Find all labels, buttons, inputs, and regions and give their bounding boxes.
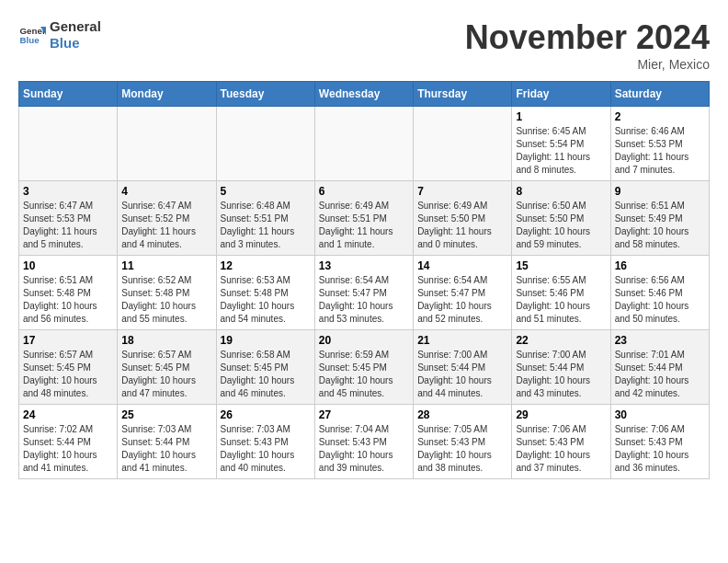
day-number: 30 bbox=[615, 408, 705, 421]
day-number: 6 bbox=[319, 185, 409, 198]
calendar-cell bbox=[118, 107, 216, 181]
calendar-cell: 14Sunrise: 6:54 AM Sunset: 5:47 PM Dayli… bbox=[414, 256, 512, 330]
calendar-header-row: SundayMondayTuesdayWednesdayThursdayFrid… bbox=[19, 82, 710, 107]
day-info: Sunrise: 6:59 AM Sunset: 5:45 PM Dayligh… bbox=[319, 349, 409, 400]
day-number: 19 bbox=[221, 334, 311, 347]
day-header-monday: Monday bbox=[118, 82, 216, 107]
day-info: Sunrise: 6:55 AM Sunset: 5:46 PM Dayligh… bbox=[516, 274, 606, 326]
day-number: 20 bbox=[319, 334, 409, 347]
month-title: November 2024 bbox=[465, 18, 710, 57]
calendar-cell bbox=[19, 107, 118, 181]
calendar-week-row: 24Sunrise: 7:02 AM Sunset: 5:44 PM Dayli… bbox=[19, 405, 710, 479]
day-number: 25 bbox=[121, 408, 211, 421]
day-number: 10 bbox=[23, 259, 113, 272]
day-number: 14 bbox=[417, 259, 507, 272]
calendar-cell: 18Sunrise: 6:57 AM Sunset: 5:45 PM Dayli… bbox=[118, 330, 216, 405]
calendar-cell: 26Sunrise: 7:03 AM Sunset: 5:43 PM Dayli… bbox=[216, 405, 314, 479]
calendar-cell: 20Sunrise: 6:59 AM Sunset: 5:45 PM Dayli… bbox=[314, 330, 413, 405]
day-header-sunday: Sunday bbox=[19, 82, 118, 107]
day-info: Sunrise: 6:50 AM Sunset: 5:50 PM Dayligh… bbox=[516, 200, 606, 251]
logo-icon: General Blue bbox=[18, 21, 46, 49]
day-number: 24 bbox=[23, 408, 113, 421]
calendar-week-row: 17Sunrise: 6:57 AM Sunset: 5:45 PM Dayli… bbox=[19, 330, 710, 405]
day-info: Sunrise: 6:49 AM Sunset: 5:51 PM Dayligh… bbox=[319, 200, 409, 251]
calendar-cell: 19Sunrise: 6:58 AM Sunset: 5:45 PM Dayli… bbox=[216, 330, 314, 405]
calendar-cell: 10Sunrise: 6:51 AM Sunset: 5:48 PM Dayli… bbox=[19, 256, 118, 330]
day-number: 13 bbox=[319, 259, 409, 272]
day-info: Sunrise: 6:51 AM Sunset: 5:49 PM Dayligh… bbox=[615, 200, 705, 251]
day-info: Sunrise: 7:03 AM Sunset: 5:43 PM Dayligh… bbox=[221, 423, 311, 475]
calendar-cell: 28Sunrise: 7:05 AM Sunset: 5:43 PM Dayli… bbox=[414, 405, 512, 479]
day-number: 3 bbox=[23, 185, 113, 198]
title-area: November 2024 Mier, Mexico bbox=[465, 18, 710, 72]
calendar-cell: 22Sunrise: 7:00 AM Sunset: 5:44 PM Dayli… bbox=[512, 330, 610, 405]
day-number: 7 bbox=[417, 185, 507, 198]
day-info: Sunrise: 6:58 AM Sunset: 5:45 PM Dayligh… bbox=[221, 349, 311, 400]
logo-line1: General bbox=[50, 18, 101, 35]
day-number: 12 bbox=[221, 259, 311, 272]
day-info: Sunrise: 6:54 AM Sunset: 5:47 PM Dayligh… bbox=[417, 274, 507, 326]
day-number: 28 bbox=[417, 408, 507, 421]
calendar-cell: 7Sunrise: 6:49 AM Sunset: 5:50 PM Daylig… bbox=[414, 181, 512, 256]
day-header-tuesday: Tuesday bbox=[216, 82, 314, 107]
day-info: Sunrise: 7:00 AM Sunset: 5:44 PM Dayligh… bbox=[516, 349, 606, 400]
day-number: 5 bbox=[221, 185, 311, 198]
calendar-cell: 9Sunrise: 6:51 AM Sunset: 5:49 PM Daylig… bbox=[610, 181, 709, 256]
day-info: Sunrise: 7:04 AM Sunset: 5:43 PM Dayligh… bbox=[319, 423, 409, 475]
calendar-cell: 27Sunrise: 7:04 AM Sunset: 5:43 PM Dayli… bbox=[314, 405, 413, 479]
day-info: Sunrise: 7:05 AM Sunset: 5:43 PM Dayligh… bbox=[417, 423, 507, 475]
calendar-cell: 8Sunrise: 6:50 AM Sunset: 5:50 PM Daylig… bbox=[512, 181, 610, 256]
calendar-cell: 30Sunrise: 7:06 AM Sunset: 5:43 PM Dayli… bbox=[610, 405, 709, 479]
day-info: Sunrise: 6:52 AM Sunset: 5:48 PM Dayligh… bbox=[121, 274, 211, 326]
day-number: 23 bbox=[615, 334, 705, 347]
day-header-saturday: Saturday bbox=[610, 82, 709, 107]
svg-text:Blue: Blue bbox=[20, 35, 40, 45]
calendar-cell: 25Sunrise: 7:03 AM Sunset: 5:44 PM Dayli… bbox=[118, 405, 216, 479]
day-info: Sunrise: 7:01 AM Sunset: 5:44 PM Dayligh… bbox=[615, 349, 705, 400]
day-number: 11 bbox=[121, 259, 211, 272]
calendar-cell: 24Sunrise: 7:02 AM Sunset: 5:44 PM Dayli… bbox=[19, 405, 118, 479]
day-number: 17 bbox=[23, 334, 113, 347]
calendar-cell bbox=[414, 107, 512, 181]
day-info: Sunrise: 6:47 AM Sunset: 5:53 PM Dayligh… bbox=[23, 200, 113, 251]
day-number: 21 bbox=[417, 334, 507, 347]
day-info: Sunrise: 6:49 AM Sunset: 5:50 PM Dayligh… bbox=[417, 200, 507, 251]
day-number: 26 bbox=[221, 408, 311, 421]
day-number: 22 bbox=[516, 334, 606, 347]
day-info: Sunrise: 6:54 AM Sunset: 5:47 PM Dayligh… bbox=[319, 274, 409, 326]
day-info: Sunrise: 7:00 AM Sunset: 5:44 PM Dayligh… bbox=[417, 349, 507, 400]
calendar-week-row: 1Sunrise: 6:45 AM Sunset: 5:54 PM Daylig… bbox=[19, 107, 710, 181]
day-number: 18 bbox=[121, 334, 211, 347]
day-info: Sunrise: 6:51 AM Sunset: 5:48 PM Dayligh… bbox=[23, 274, 113, 326]
day-number: 15 bbox=[516, 259, 606, 272]
calendar-cell bbox=[216, 107, 314, 181]
day-info: Sunrise: 7:02 AM Sunset: 5:44 PM Dayligh… bbox=[23, 423, 113, 475]
calendar-cell: 11Sunrise: 6:52 AM Sunset: 5:48 PM Dayli… bbox=[118, 256, 216, 330]
calendar-cell: 6Sunrise: 6:49 AM Sunset: 5:51 PM Daylig… bbox=[314, 181, 413, 256]
calendar-cell: 4Sunrise: 6:47 AM Sunset: 5:52 PM Daylig… bbox=[118, 181, 216, 256]
calendar-cell: 1Sunrise: 6:45 AM Sunset: 5:54 PM Daylig… bbox=[512, 107, 610, 181]
day-info: Sunrise: 6:47 AM Sunset: 5:52 PM Dayligh… bbox=[121, 200, 211, 251]
logo: General Blue General Blue bbox=[18, 18, 101, 52]
day-info: Sunrise: 7:06 AM Sunset: 5:43 PM Dayligh… bbox=[615, 423, 705, 475]
day-info: Sunrise: 6:56 AM Sunset: 5:46 PM Dayligh… bbox=[615, 274, 705, 326]
day-header-friday: Friday bbox=[512, 82, 610, 107]
day-number: 9 bbox=[615, 185, 705, 198]
calendar-cell: 13Sunrise: 6:54 AM Sunset: 5:47 PM Dayli… bbox=[314, 256, 413, 330]
calendar-cell: 29Sunrise: 7:06 AM Sunset: 5:43 PM Dayli… bbox=[512, 405, 610, 479]
day-info: Sunrise: 6:48 AM Sunset: 5:51 PM Dayligh… bbox=[221, 200, 311, 251]
day-number: 27 bbox=[319, 408, 409, 421]
day-number: 29 bbox=[516, 408, 606, 421]
calendar-cell bbox=[314, 107, 413, 181]
day-header-thursday: Thursday bbox=[414, 82, 512, 107]
header: General Blue General Blue November 2024 … bbox=[18, 18, 710, 72]
day-info: Sunrise: 6:57 AM Sunset: 5:45 PM Dayligh… bbox=[23, 349, 113, 400]
day-number: 4 bbox=[121, 185, 211, 198]
calendar-cell: 2Sunrise: 6:46 AM Sunset: 5:53 PM Daylig… bbox=[610, 107, 709, 181]
day-info: Sunrise: 7:03 AM Sunset: 5:44 PM Dayligh… bbox=[121, 423, 211, 475]
day-number: 2 bbox=[615, 110, 705, 123]
day-header-wednesday: Wednesday bbox=[314, 82, 413, 107]
calendar-cell: 3Sunrise: 6:47 AM Sunset: 5:53 PM Daylig… bbox=[19, 181, 118, 256]
day-number: 8 bbox=[516, 185, 606, 198]
calendar-week-row: 3Sunrise: 6:47 AM Sunset: 5:53 PM Daylig… bbox=[19, 181, 710, 256]
